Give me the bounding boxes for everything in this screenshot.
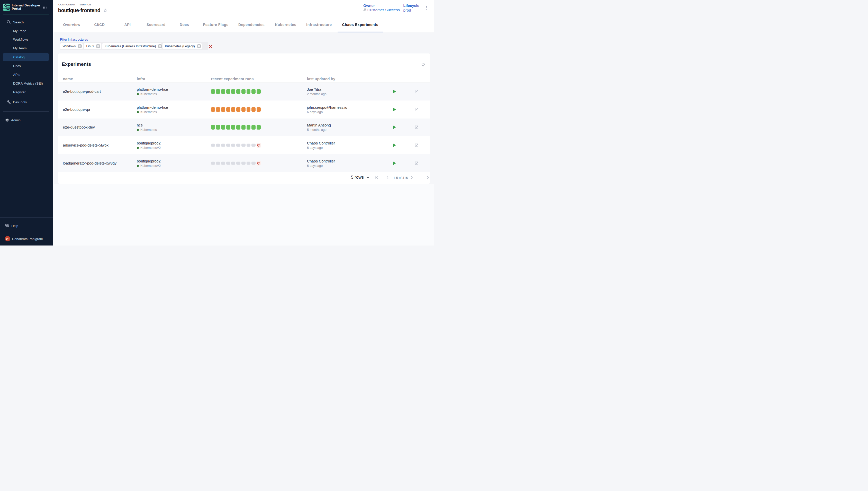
svg-text:?: ? [6,224,7,226]
